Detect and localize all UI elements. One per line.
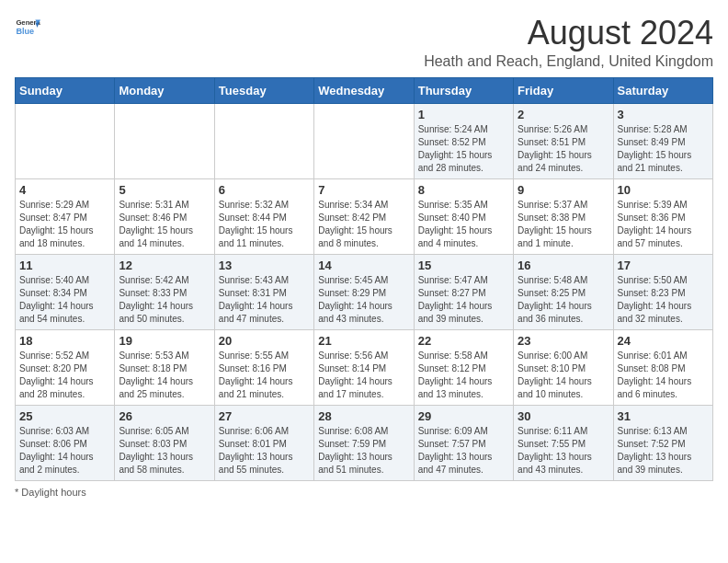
day-number: 5: [119, 183, 210, 197]
table-row: 23 Sunrise: 6:00 AMSunset: 8:10 PMDaylig…: [514, 329, 613, 405]
table-row: 18 Sunrise: 5:52 AMSunset: 8:20 PMDaylig…: [16, 329, 115, 405]
table-row: 21 Sunrise: 5:56 AMSunset: 8:14 PMDaylig…: [314, 329, 414, 405]
table-row: 15 Sunrise: 5:47 AMSunset: 8:27 PMDaylig…: [414, 254, 513, 329]
calendar-header-row: Sunday Monday Tuesday Wednesday Thursday…: [16, 77, 713, 103]
table-row: 24 Sunrise: 6:01 AMSunset: 8:08 PMDaylig…: [613, 329, 712, 405]
calendar-week-row: 1 Sunrise: 5:24 AMSunset: 8:52 PMDayligh…: [16, 103, 713, 178]
table-row: 2 Sunrise: 5:26 AMSunset: 8:51 PMDayligh…: [514, 103, 613, 178]
table-row: [115, 103, 214, 178]
day-number: 17: [618, 259, 709, 272]
table-row: 25 Sunrise: 6:03 AMSunset: 8:06 PMDaylig…: [16, 405, 115, 480]
table-row: 8 Sunrise: 5:35 AMSunset: 8:40 PMDayligh…: [414, 178, 513, 254]
day-sunrise: Sunrise: 5:39 AMSunset: 8:36 PMDaylight:…: [618, 200, 692, 248]
calendar-week-row: 18 Sunrise: 5:52 AMSunset: 8:20 PMDaylig…: [16, 329, 713, 405]
calendar-week-row: 4 Sunrise: 5:29 AMSunset: 8:47 PMDayligh…: [16, 178, 713, 254]
sub-title: Heath and Reach, England, United Kingdom: [424, 53, 713, 70]
day-number: 24: [618, 334, 709, 348]
table-row: 6 Sunrise: 5:32 AMSunset: 8:44 PMDayligh…: [214, 178, 313, 254]
day-number: 12: [119, 259, 210, 272]
footer-note-text: Daylight hours: [21, 487, 85, 498]
day-sunrise: Sunrise: 6:11 AMSunset: 7:55 PMDaylight:…: [518, 426, 592, 475]
day-number: 4: [19, 183, 110, 197]
table-row: 28 Sunrise: 6:08 AMSunset: 7:59 PMDaylig…: [314, 405, 414, 480]
table-row: 27 Sunrise: 6:06 AMSunset: 8:01 PMDaylig…: [214, 405, 313, 480]
footer-note: * Daylight hours: [15, 487, 713, 498]
table-row: 17 Sunrise: 5:50 AMSunset: 8:23 PMDaylig…: [613, 254, 712, 329]
day-sunrise: Sunrise: 5:24 AMSunset: 8:52 PMDaylight:…: [418, 124, 493, 173]
day-number: 14: [318, 259, 409, 272]
day-sunrise: Sunrise: 5:56 AMSunset: 8:14 PMDaylight:…: [318, 350, 392, 399]
day-sunrise: Sunrise: 6:01 AMSunset: 8:08 PMDaylight:…: [618, 350, 692, 399]
table-row: 9 Sunrise: 5:37 AMSunset: 8:38 PMDayligh…: [514, 178, 613, 254]
day-sunrise: Sunrise: 5:53 AMSunset: 8:18 PMDaylight:…: [119, 350, 193, 399]
day-sunrise: Sunrise: 6:03 AMSunset: 8:06 PMDaylight:…: [19, 426, 94, 475]
col-wednesday: Wednesday: [314, 77, 414, 103]
day-number: 10: [618, 183, 709, 197]
day-sunrise: Sunrise: 5:43 AMSunset: 8:31 PMDaylight:…: [219, 275, 293, 324]
day-number: 6: [219, 183, 310, 197]
day-number: 13: [219, 259, 310, 272]
day-number: 3: [618, 108, 709, 121]
day-sunrise: Sunrise: 5:50 AMSunset: 8:23 PMDaylight:…: [618, 275, 692, 324]
table-row: 1 Sunrise: 5:24 AMSunset: 8:52 PMDayligh…: [414, 103, 513, 178]
day-number: 28: [318, 409, 409, 423]
col-monday: Monday: [115, 77, 214, 103]
day-number: 8: [418, 183, 509, 197]
col-friday: Friday: [514, 77, 613, 103]
title-area: August 2024 Heath and Reach, England, Un…: [424, 15, 713, 70]
day-sunrise: Sunrise: 5:42 AMSunset: 8:33 PMDaylight:…: [119, 275, 193, 324]
day-number: 19: [119, 334, 210, 348]
day-number: 30: [518, 409, 609, 423]
calendar-week-row: 11 Sunrise: 5:40 AMSunset: 8:34 PMDaylig…: [16, 254, 713, 329]
day-number: 22: [418, 334, 509, 348]
day-sunrise: Sunrise: 6:08 AMSunset: 7:59 PMDaylight:…: [318, 426, 392, 475]
table-row: [214, 103, 313, 178]
table-row: 31 Sunrise: 6:13 AMSunset: 7:52 PMDaylig…: [613, 405, 712, 480]
main-title: August 2024: [424, 15, 713, 52]
day-number: 23: [518, 334, 609, 348]
table-row: 12 Sunrise: 5:42 AMSunset: 8:33 PMDaylig…: [115, 254, 214, 329]
day-sunrise: Sunrise: 5:37 AMSunset: 8:38 PMDaylight:…: [518, 200, 592, 248]
day-sunrise: Sunrise: 5:28 AMSunset: 8:49 PMDaylight:…: [618, 124, 692, 173]
table-row: 26 Sunrise: 6:05 AMSunset: 8:03 PMDaylig…: [115, 405, 214, 480]
day-number: 2: [518, 108, 609, 121]
day-number: 27: [219, 409, 310, 423]
table-row: 4 Sunrise: 5:29 AMSunset: 8:47 PMDayligh…: [16, 178, 115, 254]
table-row: [314, 103, 414, 178]
col-sunday: Sunday: [16, 77, 115, 103]
day-sunrise: Sunrise: 5:45 AMSunset: 8:29 PMDaylight:…: [318, 275, 392, 324]
day-sunrise: Sunrise: 5:31 AMSunset: 8:46 PMDaylight:…: [119, 200, 193, 248]
day-number: 20: [219, 334, 310, 348]
table-row: 20 Sunrise: 5:55 AMSunset: 8:16 PMDaylig…: [214, 329, 313, 405]
table-row: 14 Sunrise: 5:45 AMSunset: 8:29 PMDaylig…: [314, 254, 414, 329]
table-row: 16 Sunrise: 5:48 AMSunset: 8:25 PMDaylig…: [514, 254, 613, 329]
table-row: 30 Sunrise: 6:11 AMSunset: 7:55 PMDaylig…: [514, 405, 613, 480]
day-sunrise: Sunrise: 6:05 AMSunset: 8:03 PMDaylight:…: [119, 426, 193, 475]
table-row: 3 Sunrise: 5:28 AMSunset: 8:49 PMDayligh…: [613, 103, 712, 178]
table-row: 22 Sunrise: 5:58 AMSunset: 8:12 PMDaylig…: [414, 329, 513, 405]
day-sunrise: Sunrise: 5:32 AMSunset: 8:44 PMDaylight:…: [219, 200, 293, 248]
day-number: 1: [418, 108, 509, 121]
day-number: 21: [318, 334, 409, 348]
day-number: 9: [518, 183, 609, 197]
day-number: 16: [518, 259, 609, 272]
logo: General Blue: [15, 15, 40, 40]
day-sunrise: Sunrise: 6:13 AMSunset: 7:52 PMDaylight:…: [618, 426, 692, 475]
day-sunrise: Sunrise: 5:29 AMSunset: 8:47 PMDaylight:…: [19, 200, 94, 248]
table-row: 5 Sunrise: 5:31 AMSunset: 8:46 PMDayligh…: [115, 178, 214, 254]
logo-icon: General Blue: [15, 15, 40, 40]
day-number: 26: [119, 409, 210, 423]
day-sunrise: Sunrise: 5:52 AMSunset: 8:20 PMDaylight:…: [19, 350, 94, 399]
calendar-table: Sunday Monday Tuesday Wednesday Thursday…: [15, 77, 713, 481]
table-row: [16, 103, 115, 178]
day-sunrise: Sunrise: 5:26 AMSunset: 8:51 PMDaylight:…: [518, 124, 592, 173]
day-sunrise: Sunrise: 5:48 AMSunset: 8:25 PMDaylight:…: [518, 275, 592, 324]
day-number: 25: [19, 409, 110, 423]
day-sunrise: Sunrise: 5:34 AMSunset: 8:42 PMDaylight:…: [318, 200, 392, 248]
calendar-week-row: 25 Sunrise: 6:03 AMSunset: 8:06 PMDaylig…: [16, 405, 713, 480]
table-row: 11 Sunrise: 5:40 AMSunset: 8:34 PMDaylig…: [16, 254, 115, 329]
col-saturday: Saturday: [613, 77, 712, 103]
day-sunrise: Sunrise: 6:06 AMSunset: 8:01 PMDaylight:…: [219, 426, 293, 475]
day-number: 15: [418, 259, 509, 272]
day-number: 18: [19, 334, 110, 348]
